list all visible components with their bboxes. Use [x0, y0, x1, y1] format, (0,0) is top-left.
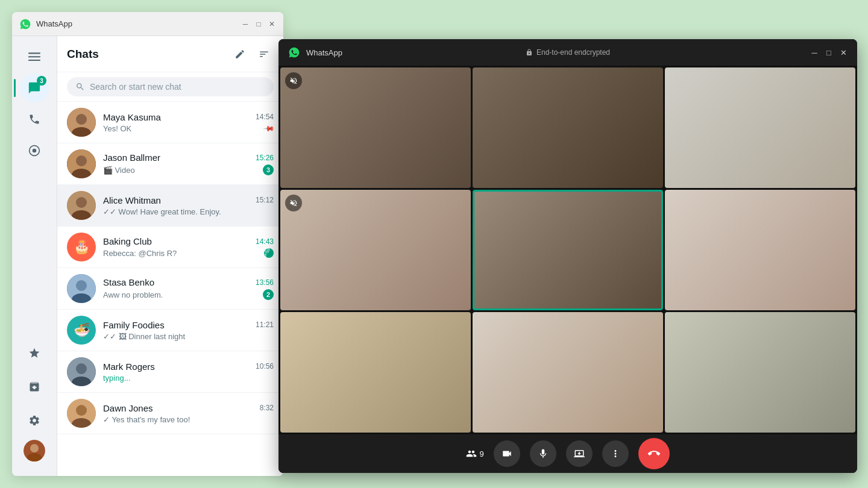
call-maximize-button[interactable]: □: [825, 48, 833, 57]
sidebar-item-chats[interactable]: 3: [20, 74, 49, 102]
chat-preview: Rebecca: @Chris R?: [103, 249, 177, 258]
minimize-button[interactable]: ─: [241, 20, 250, 28]
mention-badge: @ 1: [264, 248, 274, 258]
chat-preview: 🎬 Video: [103, 166, 135, 175]
lock-icon: [526, 49, 533, 56]
list-item[interactable]: Jason Ballmer 15:26 🎬 Video 3: [57, 143, 283, 185]
close-button[interactable]: ✕: [268, 20, 276, 28]
chat-info: Maya Kasuma 14:54 Yes! OK 📌: [103, 112, 274, 133]
sidebar-item-calls[interactable]: [20, 105, 49, 134]
chat-time: 13:56: [256, 278, 274, 287]
mute-icon-1: [285, 72, 302, 89]
avatar: [67, 191, 96, 220]
participant-count: 9: [466, 448, 483, 459]
sidebar: 3: [12, 36, 57, 476]
microphone-button[interactable]: [530, 440, 556, 467]
call-window: WhatsApp End-to-end endcrypted ─ □ ✕: [278, 39, 857, 473]
video-cell-2: [473, 67, 663, 188]
chat-name: Alice Whitman: [103, 195, 161, 205]
app-title: WhatsApp: [36, 19, 236, 28]
svg-point-4: [33, 149, 37, 153]
chat-info: Jason Ballmer 15:26 🎬 Video 3: [103, 152, 274, 175]
chat-name: Family Foodies: [103, 320, 165, 330]
svg-point-9: [76, 114, 87, 125]
list-item[interactable]: 🍜 Family Foodies 11:21 ✓✓ 🖼 Dinner last …: [57, 310, 283, 351]
sidebar-item-menu[interactable]: [20, 42, 49, 71]
chat-preview: ✓ Yes that's my fave too!: [103, 415, 190, 424]
sidebar-item-status[interactable]: [20, 136, 49, 165]
sidebar-item-archived[interactable]: [20, 372, 49, 401]
user-avatar[interactable]: [24, 440, 45, 461]
svg-point-12: [76, 155, 87, 166]
chat-preview-typing: typing...: [103, 374, 131, 383]
video-cell-5: [473, 190, 663, 310]
chat-time: 15:12: [256, 196, 274, 204]
chat-info: Baking Club 14:43 Rebecca: @Chris R? @ 1: [103, 236, 274, 258]
whatsapp-logo-icon: [19, 18, 31, 30]
chat-panel: Chats: [57, 36, 283, 476]
unread-badge: 2: [263, 289, 274, 300]
end-call-button[interactable]: [638, 438, 670, 469]
sidebar-item-starred[interactable]: [20, 339, 49, 368]
svg-point-21: [76, 363, 87, 374]
chat-list: Maya Kasuma 14:54 Yes! OK 📌 Jason Ball: [57, 102, 283, 469]
search-icon: [75, 82, 85, 92]
chat-info: Alice Whitman 15:12 ✓✓ Wow! Have great t…: [103, 195, 274, 216]
maximize-button[interactable]: □: [254, 20, 263, 28]
chat-time: 8:32: [260, 404, 274, 412]
list-item[interactable]: Alice Whitman 15:12 ✓✓ Wow! Have great t…: [57, 185, 283, 227]
more-options-button[interactable]: [602, 440, 629, 467]
call-close-button[interactable]: ✕: [839, 48, 848, 57]
call-minimize-button[interactable]: ─: [810, 48, 819, 57]
e2e-badge: End-to-end endcrypted: [526, 48, 610, 57]
chat-info: Mark Rogers 10:56 typing...: [103, 361, 274, 383]
list-item[interactable]: Maya Kasuma 14:54 Yes! OK 📌: [57, 102, 283, 143]
chat-time: 14:54: [256, 113, 274, 121]
video-cell-9: [665, 312, 855, 433]
chat-preview: ✓✓ 🖼 Dinner last night: [103, 332, 185, 341]
search-input[interactable]: [90, 82, 265, 92]
list-item[interactable]: 🎂 Baking Club 14:43 Rebecca: @Chris R? @…: [57, 227, 283, 268]
window-controls: ─ □ ✕: [241, 20, 276, 28]
chat-preview: Aww no problem.: [103, 290, 163, 299]
chat-time: 10:56: [256, 362, 274, 371]
chat-header: Chats: [57, 36, 283, 72]
participants-icon: [466, 448, 477, 459]
new-chat-button[interactable]: [230, 45, 250, 64]
participant-number: 9: [479, 449, 483, 458]
avatar: [67, 108, 96, 137]
svg-point-18: [76, 280, 87, 291]
chat-name: Mark Rogers: [103, 361, 155, 372]
title-bar: WhatsApp ─ □ ✕: [12, 12, 283, 36]
chat-info: Family Foodies 11:21 ✓✓ 🖼 Dinner last ni…: [103, 320, 274, 341]
pin-icon: 📌: [263, 122, 275, 135]
svg-point-24: [76, 405, 87, 416]
unread-badge: 3: [263, 164, 274, 175]
chats-title: Chats: [67, 48, 99, 61]
list-item[interactable]: Dawn Jones 8:32 ✓ Yes that's my fave too…: [57, 393, 283, 434]
svg-rect-2: [28, 60, 40, 61]
call-window-controls: ─ □ ✕: [810, 48, 848, 57]
filter-button[interactable]: [254, 45, 274, 64]
avatar: [67, 357, 96, 386]
sidebar-item-settings[interactable]: [20, 406, 49, 435]
avatar: [67, 149, 96, 178]
call-window-logo: [288, 46, 300, 58]
chat-preview: Yes! OK: [103, 124, 131, 133]
search-bar: [57, 72, 283, 102]
video-cell-4: [280, 190, 471, 310]
chat-name: Dawn Jones: [103, 403, 153, 413]
list-item[interactable]: Mark Rogers 10:56 typing...: [57, 351, 283, 393]
chat-name: Stasa Benko: [103, 277, 154, 287]
chats-badge: 3: [37, 76, 46, 86]
camera-button[interactable]: [494, 440, 520, 467]
avatar: [67, 274, 96, 303]
list-item[interactable]: Stasa Benko 13:56 Aww no problem. 2: [57, 268, 283, 310]
video-cell-3: [665, 67, 855, 188]
search-input-wrap: [67, 77, 274, 96]
screen-share-button[interactable]: [566, 440, 593, 467]
chat-time: 14:43: [256, 237, 274, 246]
video-cell-8: [473, 312, 663, 433]
chat-preview: ✓✓ Wow! Have great time. Enjoy.: [103, 207, 221, 216]
header-actions: [230, 45, 274, 64]
